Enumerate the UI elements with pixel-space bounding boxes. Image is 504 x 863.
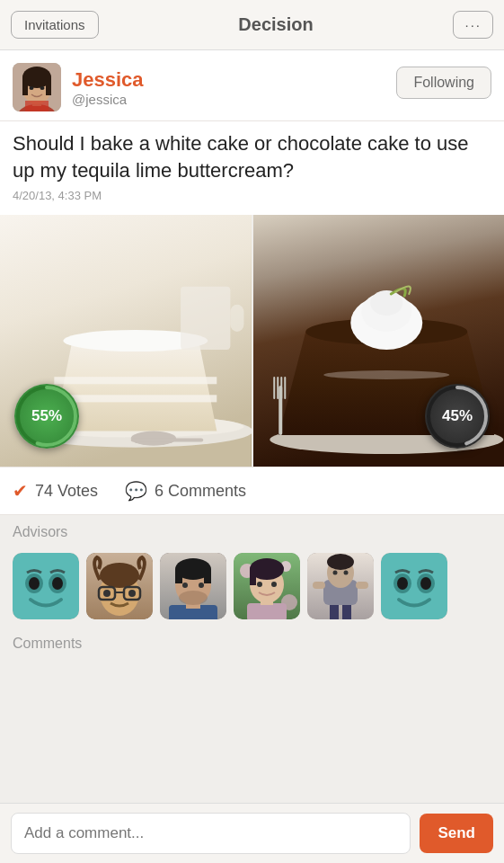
svg-rect-20 (131, 439, 203, 442)
choc-cake-option[interactable]: 45% (253, 215, 505, 467)
more-button[interactable]: ··· (453, 11, 493, 39)
svg-point-74 (271, 582, 277, 587)
user-info: Jessica @jessica (13, 63, 144, 111)
svg-rect-5 (22, 77, 28, 95)
svg-point-29 (370, 290, 402, 316)
svg-point-83 (327, 554, 354, 570)
post-content: Should I bake a white cake or chocolate … (0, 121, 504, 215)
svg-point-8 (40, 86, 45, 90)
svg-point-50 (103, 590, 111, 597)
advisors-row (0, 546, 504, 627)
svg-point-51 (128, 590, 136, 597)
svg-point-90 (420, 577, 431, 590)
svg-rect-17 (181, 287, 230, 350)
avatar (13, 63, 61, 111)
advisor-avatar[interactable] (160, 553, 226, 619)
svg-rect-33 (280, 377, 282, 399)
svg-point-84 (333, 571, 338, 575)
svg-point-61 (182, 583, 188, 588)
post-date: 4/20/13, 4:33 PM (13, 189, 491, 202)
poll-images[interactable]: 55% (0, 215, 504, 467)
svg-rect-6 (46, 77, 51, 95)
header: Invitations Decision ··· (0, 0, 504, 50)
choc-cake-percent[interactable]: 45% (425, 384, 490, 449)
svg-rect-38 (13, 553, 79, 619)
comment-input-row: Send (0, 803, 504, 863)
svg-point-42 (52, 577, 63, 590)
svg-rect-59 (204, 569, 211, 583)
user-details: Jessica @jessica (72, 68, 144, 107)
votes-count: 74 Votes (35, 482, 98, 501)
svg-rect-86 (381, 553, 447, 619)
svg-rect-9 (25, 101, 49, 111)
user-name: Jessica (72, 68, 144, 92)
invitations-button[interactable]: Invitations (11, 11, 99, 39)
page-title: Decision (238, 14, 313, 35)
svg-point-62 (199, 583, 204, 588)
svg-rect-58 (175, 569, 182, 583)
svg-point-60 (179, 591, 208, 605)
votes-stat: ✔ 74 Votes (13, 480, 98, 502)
white-cake-percent[interactable]: 55% (14, 384, 79, 449)
check-icon: ✔ (13, 480, 28, 502)
post-text: Should I bake a white cake or chocolate … (13, 130, 491, 183)
svg-rect-18 (230, 305, 243, 332)
svg-point-7 (30, 86, 34, 90)
stats-row: ✔ 74 Votes 💬 6 Comments (0, 467, 504, 515)
advisors-label: Advisors (0, 515, 504, 546)
svg-rect-31 (273, 377, 275, 399)
comments-label: Comments (0, 627, 504, 657)
advisor-avatar[interactable] (381, 553, 447, 619)
advisor-avatar[interactable] (13, 553, 79, 619)
comments-stat: 💬 6 Comments (125, 480, 246, 502)
svg-point-73 (257, 582, 262, 587)
user-section: Jessica @jessica Following (0, 50, 504, 121)
svg-rect-80 (313, 582, 325, 589)
svg-rect-34 (284, 377, 286, 399)
svg-point-46 (100, 563, 139, 588)
svg-point-41 (29, 577, 40, 590)
svg-point-85 (344, 571, 349, 575)
svg-rect-68 (247, 603, 287, 619)
svg-point-19 (131, 432, 176, 446)
svg-point-89 (397, 577, 408, 590)
white-cake-option[interactable]: 55% (0, 215, 252, 467)
svg-rect-32 (277, 377, 279, 399)
send-button[interactable]: Send (420, 814, 493, 853)
advisor-avatar[interactable] (234, 553, 300, 619)
following-button[interactable]: Following (396, 67, 491, 99)
user-handle: @jessica (72, 92, 144, 107)
advisor-avatar[interactable] (307, 553, 374, 619)
comment-input[interactable] (11, 813, 411, 854)
comments-count: 6 Comments (155, 482, 246, 501)
advisor-avatar[interactable] (86, 553, 153, 619)
svg-point-35 (323, 370, 449, 379)
comment-bubble-icon: 💬 (125, 480, 147, 502)
svg-rect-72 (250, 569, 256, 585)
svg-rect-81 (356, 582, 368, 589)
